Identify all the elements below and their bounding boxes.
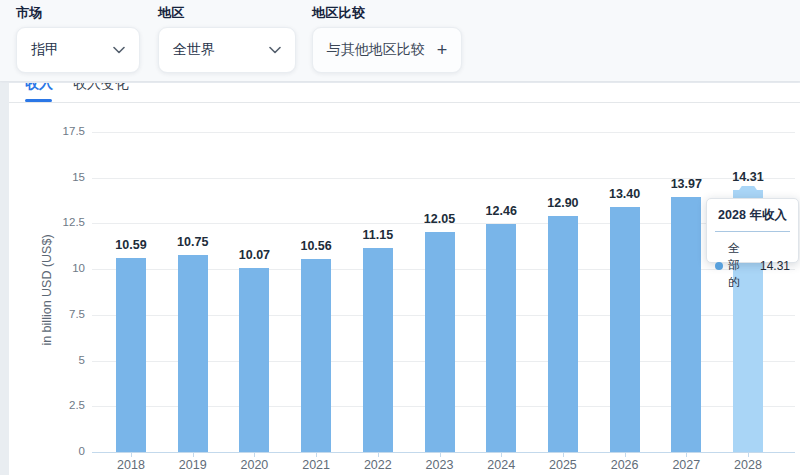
bar-2025[interactable] — [548, 216, 578, 452]
axis-tick — [748, 453, 749, 457]
bar-value-label: 13.40 — [593, 187, 657, 201]
market-filter-group: 市场 指甲 — [16, 4, 140, 73]
gridline — [92, 132, 795, 133]
region-filter-group: 地区 全世界 — [158, 4, 296, 73]
plus-icon: + — [437, 41, 448, 59]
y-tick-label: 10 — [9, 262, 85, 274]
bar-2020[interactable] — [239, 268, 269, 452]
bar-value-label: 13.97 — [654, 177, 718, 191]
axis-tick — [686, 453, 687, 457]
tooltip-value: 14.31 — [760, 259, 790, 273]
tooltip-title: 2028 年收入 — [707, 207, 798, 224]
market-select-value: 指甲 — [31, 41, 59, 59]
axis-tick — [131, 453, 132, 457]
x-tick-label: 2021 — [286, 458, 346, 472]
axis-tick — [254, 453, 255, 457]
x-tick-label: 2020 — [224, 458, 284, 472]
bar-value-label: 10.56 — [284, 239, 348, 253]
x-tick-label: 2026 — [595, 458, 655, 472]
bar-2019[interactable] — [178, 255, 208, 452]
region-compare-group: 地区比较 与其他地区比较 + — [312, 4, 462, 73]
x-axis-line — [92, 452, 795, 453]
y-tick-label: 12.5 — [9, 216, 85, 228]
chart-tooltip: 2028 年收入 全部的 14.31 — [706, 198, 799, 263]
market-outlook-page: 市场 指甲 地区 全世界 地区比较 与其他地区比较 + — [0, 0, 800, 475]
revenue-bar-chart: in billion USD (US$) 02.557.51012.51517.… — [9, 103, 800, 475]
y-tick-label: 7.5 — [9, 308, 85, 320]
bar-2026[interactable] — [610, 207, 640, 452]
region-select[interactable]: 全世界 — [158, 27, 296, 73]
chart-card: 收入 收入变化 in billion USD (US$) 02.557.5101… — [9, 83, 800, 475]
x-tick-label: 2023 — [410, 458, 470, 472]
bar-2023[interactable] — [425, 232, 455, 452]
filter-header: 市场 指甲 地区 全世界 地区比较 与其他地区比较 + — [0, 0, 800, 81]
region-select-value: 全世界 — [173, 41, 215, 59]
chevron-down-icon — [113, 46, 125, 54]
axis-tick — [625, 453, 626, 457]
y-tick-label: 0 — [9, 445, 85, 457]
bar-2024[interactable] — [486, 224, 516, 452]
axis-tick — [501, 453, 502, 457]
series-dot-icon — [715, 262, 723, 270]
y-axis-title: in billion USD (US$) — [40, 234, 54, 345]
bar-value-label: 10.59 — [99, 238, 163, 252]
chevron-down-icon — [269, 46, 281, 54]
tooltip-row: 全部的 14.31 — [707, 232, 798, 291]
compare-regions-button-label: 与其他地区比较 — [327, 41, 425, 59]
x-tick-label: 2018 — [101, 458, 161, 472]
bar-2021[interactable] — [301, 259, 331, 452]
bar-value-label: 10.07 — [222, 248, 286, 262]
y-tick-label: 2.5 — [9, 399, 85, 411]
bar-value-label: 12.46 — [469, 204, 533, 218]
axis-tick — [193, 453, 194, 457]
tooltip-series-label: 全部的 — [728, 240, 749, 291]
bar-2022[interactable] — [363, 248, 393, 452]
bar-value-label: 12.05 — [408, 212, 472, 226]
y-tick-label: 5 — [9, 354, 85, 366]
x-tick-label: 2027 — [656, 458, 716, 472]
x-tick-label: 2022 — [348, 458, 408, 472]
x-tick-label: 2028 — [718, 458, 778, 472]
region-filter-label: 地区 — [158, 4, 296, 22]
axis-tick — [316, 453, 317, 457]
axis-tick — [563, 453, 564, 457]
bar-value-label: 10.75 — [161, 235, 225, 249]
market-filter-label: 市场 — [16, 4, 140, 22]
bar-value-label: 12.90 — [531, 196, 595, 210]
tab-revenue[interactable]: 收入 — [25, 83, 53, 92]
bar-2027[interactable] — [671, 197, 701, 452]
axis-tick — [378, 453, 379, 457]
x-tick-label: 2024 — [471, 458, 531, 472]
market-select[interactable]: 指甲 — [16, 27, 140, 73]
region-compare-label: 地区比较 — [312, 4, 462, 22]
y-tick-label: 17.5 — [9, 125, 85, 137]
axis-tick — [440, 453, 441, 457]
x-tick-label: 2025 — [533, 458, 593, 472]
x-tick-label: 2019 — [163, 458, 223, 472]
bar-2018[interactable] — [116, 258, 146, 452]
bar-value-label: 11.15 — [346, 228, 410, 242]
tab-revenue-change[interactable]: 收入变化 — [73, 83, 129, 92]
compare-regions-button[interactable]: 与其他地区比较 + — [312, 27, 462, 73]
y-tick-label: 15 — [9, 171, 85, 183]
bar-value-label: 14.31 — [716, 170, 780, 184]
